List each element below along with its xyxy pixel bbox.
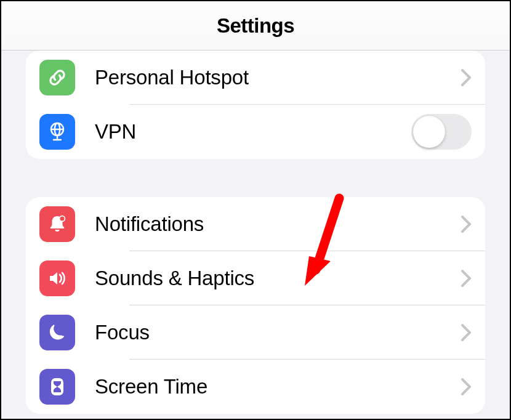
row-personal-hotspot[interactable]: Personal Hotspot — [26, 50, 485, 105]
vpn-toggle[interactable] — [411, 114, 472, 150]
chevron-right-icon — [461, 269, 472, 288]
speaker-icon — [39, 260, 75, 296]
bell-icon — [39, 206, 75, 242]
settings-scroll-area[interactable]: Personal Hotspot VPN — [1, 50, 510, 419]
globe-icon — [39, 114, 75, 150]
row-label: Focus — [95, 321, 461, 344]
page-title: Settings — [217, 14, 294, 38]
row-vpn[interactable]: VPN — [26, 105, 485, 159]
moon-icon — [39, 315, 75, 350]
row-screen-time[interactable]: Screen Time — [26, 360, 485, 414]
navbar: Settings — [1, 1, 510, 50]
row-label: VPN — [95, 120, 411, 143]
row-notifications[interactable]: Notifications — [26, 197, 485, 251]
row-label: Notifications — [95, 212, 461, 236]
settings-group-system: Notifications Sounds & Haptics — [26, 197, 485, 414]
svg-point-6 — [60, 216, 64, 220]
row-label: Sounds & Haptics — [95, 267, 461, 290]
row-sounds-haptics[interactable]: Sounds & Haptics — [26, 251, 485, 305]
link-icon — [39, 60, 75, 95]
chevron-right-icon — [461, 215, 472, 233]
chevron-right-icon — [461, 68, 472, 87]
toggle-knob — [413, 116, 445, 148]
hourglass-icon — [39, 369, 75, 405]
row-label: Screen Time — [95, 375, 461, 398]
chevron-right-icon — [461, 323, 472, 342]
row-focus[interactable]: Focus — [26, 305, 485, 360]
chevron-right-icon — [461, 378, 472, 396]
row-label: Personal Hotspot — [95, 66, 461, 89]
settings-group-connectivity: Personal Hotspot VPN — [26, 50, 485, 159]
